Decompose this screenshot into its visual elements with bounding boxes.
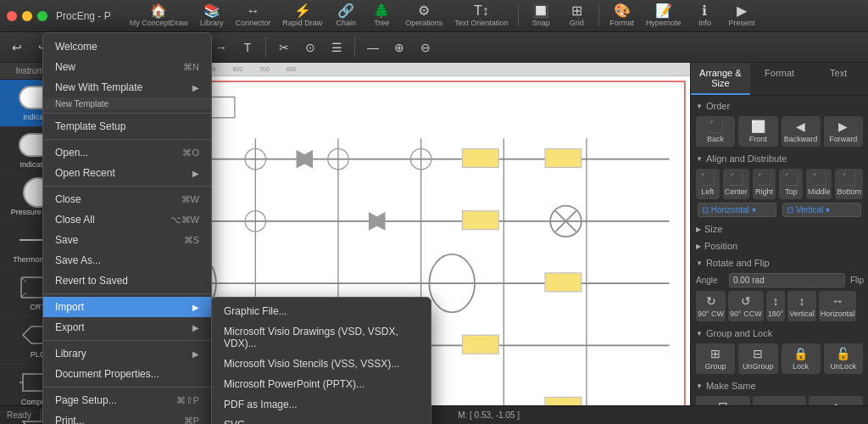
menu-close[interactable]: Close ⌘W [43, 189, 211, 209]
btn-flip-horiz[interactable]: ↔Horizontal [819, 291, 857, 321]
menu-page-setup[interactable]: Page Setup... ⌘⇧P [43, 390, 211, 410]
group-header[interactable]: ▼ Group and Lock [696, 328, 863, 338]
menu-sep2 [43, 139, 211, 140]
menu-import[interactable]: Import ▶ Graphic File... Microsoft Visio… [43, 297, 211, 317]
toolbar-info[interactable]: ℹ Info [687, 3, 721, 29]
toolbar-format[interactable]: 🎨 Format [604, 3, 639, 29]
menu-import-visio-stencils[interactable]: Microsoft Visio Stencils (VSS, VSSX)... [212, 354, 431, 374]
toolbar-rapid-draw[interactable]: ⚡ Rapid Draw [277, 3, 327, 29]
btn-unlock[interactable]: 🔓UnLock [824, 343, 863, 374]
menu-import-pdf[interactable]: PDF as Image... [212, 394, 431, 415]
tb2-circle-add[interactable]: ⊕ [387, 36, 411, 59]
btn-align-bottom[interactable]: ⬛Bottom [835, 169, 863, 199]
btn-ungroup[interactable]: ⊟UnGroup [738, 343, 777, 374]
menu-sep4 [43, 293, 211, 294]
toolbar-present[interactable]: ▶ Present [723, 3, 760, 29]
btn-180[interactable]: ↕180° [766, 291, 786, 321]
toolbar-separator2 [598, 6, 599, 26]
btn-90ccw[interactable]: ↺90° CCW [728, 291, 764, 321]
tab-arrange-size[interactable]: Arrange & Size [691, 63, 750, 95]
maximize-button[interactable] [37, 11, 47, 21]
btn-same-size[interactable]: ⊡Size [696, 396, 750, 405]
btn-back[interactable]: ⬛Back [696, 116, 735, 147]
toolbar-text-orientation[interactable]: T↕ Text Orientation [449, 3, 513, 29]
menu-import-pptx[interactable]: Microsoft PowerPoint (PPTX)... [212, 374, 431, 394]
menu-welcome[interactable]: Welcome [43, 36, 211, 57]
btn-same-height[interactable]: ↕Height [809, 396, 863, 405]
toolbar-connector[interactable]: ↔ Connector [231, 3, 276, 29]
btn-front[interactable]: ⬜Front [738, 116, 777, 147]
minimize-button[interactable] [22, 11, 32, 21]
rotate-header[interactable]: ▼ Rotate and Flip [696, 258, 863, 268]
btn-align-left[interactable]: ⬛Left [696, 169, 720, 199]
v-dropdown[interactable]: ⊡ Vertical ▾ [782, 203, 861, 217]
menu-export[interactable]: Export ▶ [43, 317, 211, 338]
btn-align-top[interactable]: ⬛Top [779, 169, 803, 199]
menu-import-svg[interactable]: SVG... [212, 415, 431, 424]
h-dropdown[interactable]: ⊡ Horizontal ▾ [698, 203, 776, 217]
align-header[interactable]: ▼ Align and Distribute [696, 153, 863, 164]
toolbar-my-conceptdraw[interactable]: 🏠 My ConceptDraw [125, 3, 193, 29]
library-icon: 📚 [203, 4, 220, 18]
window-controls [7, 11, 47, 21]
toolbar-hypernote[interactable]: 📝 Hypernote [641, 3, 687, 29]
btn-align-middle[interactable]: ⬛Middle [806, 169, 832, 199]
btn-90cw[interactable]: ↻90° CW [696, 291, 726, 321]
order-header[interactable]: ▼ Order [696, 101, 863, 111]
size-header[interactable]: ▶ Size [696, 224, 863, 234]
align-label: Align and Distribute [706, 153, 787, 164]
svg-rect-35 [462, 211, 498, 230]
present-icon: ▶ [737, 4, 747, 18]
btn-align-center[interactable]: ⬛Center [723, 169, 749, 199]
tb2-minus[interactable]: — [361, 36, 385, 59]
toolbar-operations[interactable]: ⚙ Operations [400, 3, 448, 29]
tab-text[interactable]: Text [809, 63, 868, 95]
btn-backward[interactable]: ◀Backward [782, 116, 821, 147]
menu-template-setup[interactable]: Template Setup [43, 116, 211, 137]
btn-flip-vert[interactable]: ↕Vertical [787, 291, 816, 321]
menu-sep3 [43, 186, 211, 187]
angle-row: Angle Flip [696, 273, 863, 287]
order-triangle: ▼ [696, 103, 703, 110]
tab-format[interactable]: Format [750, 63, 810, 95]
tb2-cut[interactable]: ✂ [272, 36, 296, 59]
tb2-copy[interactable]: ⊙ [298, 36, 322, 59]
tb2-circle-remove[interactable]: ⊖ [414, 36, 437, 59]
right-panel: Arrange & Size Format Text ▼ Order ⬛Back… [690, 63, 868, 405]
btn-same-width[interactable]: ↔Width [753, 396, 807, 405]
toolbar-snap[interactable]: 🔲 Snap [524, 3, 558, 29]
toolbar-tree[interactable]: 🌲 Tree [364, 3, 398, 29]
menu-print[interactable]: Print... ⌘P [43, 410, 211, 424]
menu-open[interactable]: Open... ⌘O [43, 142, 211, 163]
btn-forward[interactable]: ▶Forward [824, 116, 863, 147]
toolbar-chain[interactable]: 🔗 Chain [329, 3, 363, 29]
angle-input[interactable] [729, 273, 845, 287]
toolbar-grid[interactable]: ⊞ Grid [559, 3, 593, 29]
menu-save-as[interactable]: Save As... [43, 250, 211, 271]
svg-rect-34 [545, 148, 581, 167]
btn-align-right[interactable]: ⬛Right [753, 169, 776, 199]
position-header[interactable]: ▶ Position [696, 241, 863, 251]
make-same-header[interactable]: ▼ Make Same [696, 381, 863, 391]
menu-save[interactable]: Save ⌘S [43, 230, 211, 250]
menu-open-recent[interactable]: Open Recent ▶ [43, 163, 211, 183]
titlebar: ProcEng - P 🏠 My ConceptDraw 📚 Library ↔… [0, 0, 868, 32]
menu-doc-properties[interactable]: Document Properties... [43, 364, 211, 384]
btn-group[interactable]: ⊞Group [696, 343, 735, 374]
btn-lock[interactable]: 🔒Lock [782, 343, 821, 374]
close-button[interactable] [7, 11, 17, 21]
tb2-undo[interactable]: ↩ [5, 36, 29, 59]
menu-close-all[interactable]: Close All ⌥⌘W [43, 209, 211, 230]
tb2-text[interactable]: T [236, 36, 259, 59]
section-group: ▼ Group and Lock ⊞Group ⊟UnGroup 🔒Lock 🔓… [696, 328, 863, 374]
tb2-paste[interactable]: ☰ [325, 36, 348, 59]
menu-library[interactable]: Library ▶ [43, 343, 211, 364]
svg-rect-37 [462, 335, 498, 354]
menu-new[interactable]: New ⌘N [43, 57, 211, 77]
tb2-arrow[interactable]: → [209, 36, 233, 59]
toolbar-library[interactable]: 📚 Library [195, 3, 229, 29]
menu-import-graphic[interactable]: Graphic File... [212, 301, 431, 321]
menu-new-with-template[interactable]: New With Template ▶ [43, 77, 211, 98]
menu-revert[interactable]: Revert to Saved [43, 271, 211, 291]
menu-import-visio-drawings[interactable]: Microsoft Visio Drawings (VSD, VSDX, VDX… [212, 321, 431, 354]
